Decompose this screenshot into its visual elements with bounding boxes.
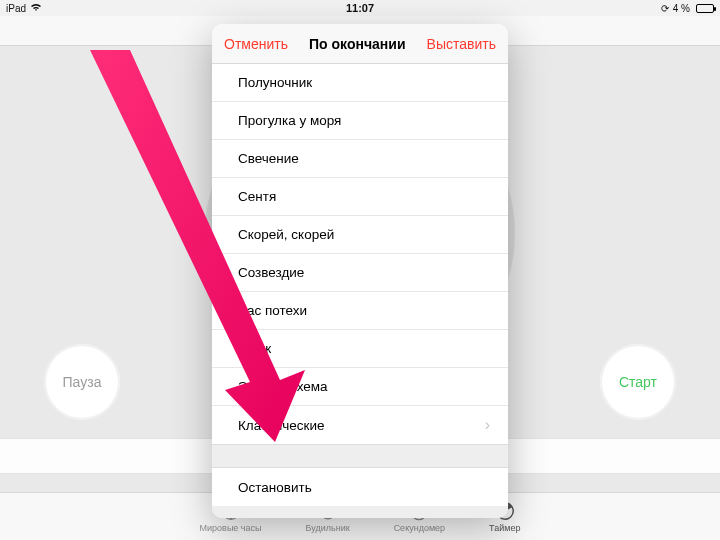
tab-label: Мировые часы xyxy=(200,523,262,533)
set-button[interactable]: Выставить xyxy=(427,36,496,52)
list-item-label: Час потехи xyxy=(238,303,307,318)
list-item-label: Сентя xyxy=(238,189,276,204)
list-item[interactable]: Полуночник xyxy=(212,64,508,102)
list-item-label: Полуночник xyxy=(238,75,312,90)
battery-percent: 4 % xyxy=(673,3,690,14)
popover-title: По окончании xyxy=(309,36,405,52)
wifi-icon xyxy=(30,2,42,14)
pause-button[interactable]: Пауза xyxy=(44,344,120,420)
list-item[interactable]: Сентя xyxy=(212,178,508,216)
list-item[interactable]: Электросхема xyxy=(212,368,508,406)
stop-section: Остановить xyxy=(212,468,508,506)
device-label: iPad xyxy=(6,3,26,14)
sound-list[interactable]: Полуночник Прогулка у моря Свечение Сент… xyxy=(212,64,508,444)
list-item[interactable]: Шелк xyxy=(212,330,508,368)
list-item-classical[interactable]: Классические› xyxy=(212,406,508,444)
chevron-right-icon: › xyxy=(485,416,490,434)
list-item-label: Остановить xyxy=(238,480,312,495)
pause-label: Пауза xyxy=(63,374,102,390)
list-item-label: Шелк xyxy=(238,341,271,356)
cancel-button[interactable]: Отменить xyxy=(224,36,288,52)
orientation-lock-icon: ⟳ xyxy=(661,3,669,14)
list-section-gap xyxy=(212,444,508,468)
list-item-label: Свечение xyxy=(238,151,299,166)
list-item-label: Классические xyxy=(238,418,325,433)
list-item[interactable]: Час потехи xyxy=(212,292,508,330)
popover-footer xyxy=(212,506,508,518)
list-item-label: Прогулка у моря xyxy=(238,113,341,128)
status-bar: iPad 11:07 ⟳ 4 % xyxy=(0,0,720,16)
battery-icon xyxy=(694,4,714,13)
start-label: Старт xyxy=(619,374,657,390)
start-button[interactable]: Старт xyxy=(600,344,676,420)
list-item-label: Скорей, скорей xyxy=(238,227,334,242)
stop-playback-row[interactable]: Остановить xyxy=(212,468,508,506)
list-item[interactable]: Свечение xyxy=(212,140,508,178)
list-item-label: Электросхема xyxy=(238,379,328,394)
sound-picker-popover: Отменить По окончании Выставить Полуночн… xyxy=(212,24,508,518)
tab-label: Секундомер xyxy=(394,523,445,533)
tab-label: Будильник xyxy=(306,523,350,533)
popover-header: Отменить По окончании Выставить xyxy=(212,24,508,64)
list-item[interactable]: Прогулка у моря xyxy=(212,102,508,140)
tab-label: Таймер xyxy=(489,523,520,533)
list-item[interactable]: Созвездие xyxy=(212,254,508,292)
list-item[interactable]: Скорей, скорей xyxy=(212,216,508,254)
list-item-label: Созвездие xyxy=(238,265,304,280)
status-time: 11:07 xyxy=(346,2,374,14)
